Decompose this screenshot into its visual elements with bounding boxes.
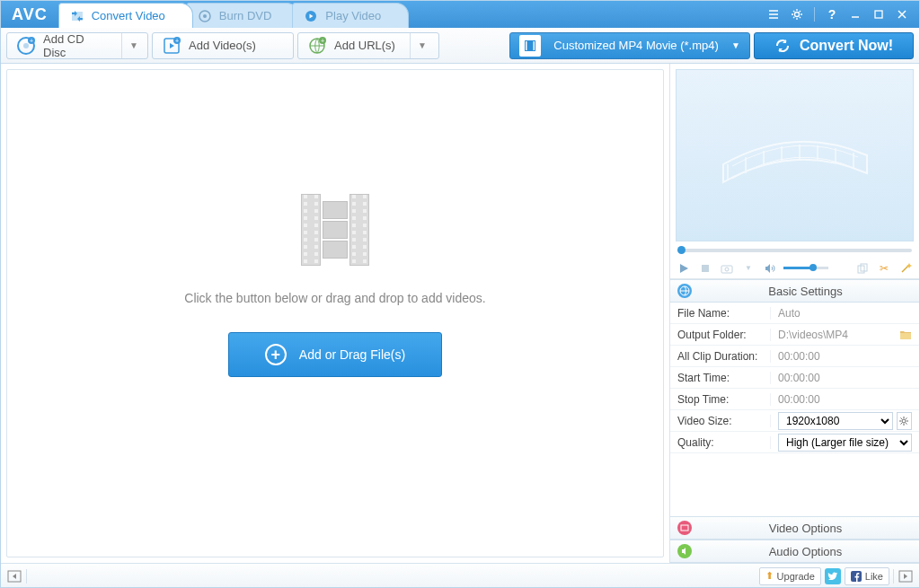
collapse-left-icon[interactable] (6, 568, 22, 584)
cut-icon[interactable]: ✂ (876, 260, 892, 276)
chevron-down-icon[interactable]: ▼ (740, 260, 756, 276)
settings-icon[interactable] (787, 4, 807, 24)
refresh-icon (774, 38, 791, 54)
right-panel: ▼ ✂ Basic Settings File Name: Auto Outpu… (669, 64, 919, 563)
statusbar: ⬆ Upgrade Like (1, 563, 919, 588)
maximize-icon[interactable] (869, 4, 889, 24)
svg-point-3 (795, 13, 800, 17)
video-options-header[interactable]: Video Options (670, 516, 919, 540)
section-title: Audio Options (699, 545, 912, 558)
label: Output Folder: (670, 329, 771, 341)
profile-label: Customized MP4 Movie (*.mp4) (548, 39, 724, 52)
preview-area (676, 69, 914, 241)
globe-icon (677, 284, 692, 298)
player-controls: ▼ ✂ (670, 258, 919, 279)
button-label: Add Video(s) (189, 39, 256, 52)
titlebar: AVC Convert Video Burn DVD Play Video ? (1, 1, 919, 28)
minimize-icon[interactable] (845, 4, 865, 24)
value[interactable]: 00:00:00 (771, 393, 919, 406)
film-placeholder-icon (292, 187, 378, 273)
disc-icon (198, 9, 212, 23)
video-size-select[interactable]: 1920x1080 (778, 412, 893, 430)
volume-slider[interactable] (783, 267, 828, 269)
upgrade-button[interactable]: ⬆ Upgrade (759, 567, 821, 585)
tab-play-video[interactable]: Play Video (292, 3, 409, 28)
section-title: Video Options (699, 522, 912, 535)
svg-text:+: + (30, 38, 33, 44)
svg-point-32 (902, 419, 906, 423)
row-filename: File Name: Auto (670, 303, 919, 324)
separator (26, 569, 27, 584)
drop-zone[interactable]: Click the button below or drag and drop … (6, 69, 664, 557)
video-file-icon: + (162, 36, 181, 56)
button-label: Add URL(s) (334, 39, 395, 52)
help-icon[interactable]: ? (822, 4, 842, 24)
add-files-button[interactable]: + Add or Drag File(s) (228, 332, 442, 377)
value[interactable]: Auto (771, 307, 919, 320)
stop-icon[interactable] (697, 260, 713, 276)
svg-text:+: + (321, 38, 324, 44)
add-url-button[interactable]: + Add URL(s) ▼ (297, 32, 439, 59)
gear-icon[interactable] (897, 412, 912, 430)
volume-icon[interactable] (762, 260, 778, 276)
button-label: Upgrade (777, 571, 815, 582)
output-profile-dropdown[interactable]: Customized MP4 Movie (*.mp4) ▼ (509, 32, 750, 59)
row-stop-time: Stop Time: 00:00:00 (670, 389, 919, 410)
bottom-sections: Video Options Audio Options (670, 516, 919, 563)
quality-select[interactable]: High (Larger file size) (778, 434, 912, 452)
svg-rect-17 (534, 41, 535, 50)
add-video-button[interactable]: + Add Video(s) (152, 32, 294, 59)
twitter-icon[interactable] (825, 568, 841, 584)
separator (814, 7, 815, 22)
value: 00:00:00 (771, 350, 919, 363)
chevron-down-icon[interactable]: ▼ (121, 33, 138, 58)
copy-icon[interactable] (854, 260, 871, 276)
main: Click the button below or drag and drop … (1, 64, 919, 563)
wand-icon[interactable] (898, 260, 914, 276)
tab-convert-video[interactable]: Convert Video (58, 3, 193, 28)
value: 1920x1080 (771, 412, 919, 430)
svg-rect-26 (702, 265, 709, 272)
chevron-down-icon[interactable]: ▼ (410, 33, 427, 58)
row-video-size: Video Size: 1920x1080 (670, 410, 919, 432)
video-icon (677, 521, 692, 535)
file-list-panel: Click the button below or drag and drop … (1, 64, 669, 563)
tab-burn-dvd[interactable]: Burn DVD (186, 3, 300, 28)
svg-text:+: + (175, 38, 179, 44)
row-quality: Quality: High (Larger file size) (670, 432, 919, 453)
audio-options-header[interactable]: Audio Options (670, 540, 919, 563)
value: High (Larger file size) (771, 434, 919, 452)
label: Stop Time: (670, 393, 771, 406)
value[interactable]: D:\videos\MP4 (771, 329, 919, 341)
add-cd-button[interactable]: + Add CD Disc ▼ (6, 32, 148, 59)
close-icon[interactable] (892, 4, 912, 24)
up-arrow-icon: ⬆ (765, 570, 774, 582)
row-clip-duration: All Clip Duration: 00:00:00 (670, 346, 919, 367)
facebook-icon (851, 571, 862, 582)
svg-rect-33 (681, 525, 688, 531)
svg-point-6 (23, 43, 29, 48)
separator (893, 569, 894, 584)
label: Start Time: (670, 372, 771, 384)
play-icon[interactable] (676, 260, 692, 276)
button-label: Convert Now! (800, 38, 893, 54)
cd-icon: + (16, 36, 36, 56)
convert-button[interactable]: Convert Now! (754, 32, 914, 59)
value[interactable]: 00:00:00 (771, 372, 919, 384)
globe-icon: + (307, 36, 327, 56)
basic-settings-header[interactable]: Basic Settings (670, 279, 919, 303)
filmstrip-icon (714, 119, 876, 191)
snapshot-icon[interactable] (719, 260, 735, 276)
seek-slider[interactable] (677, 249, 912, 252)
convert-icon (70, 9, 84, 23)
section-title: Basic Settings (699, 285, 912, 298)
collapse-right-icon[interactable] (898, 568, 914, 584)
folder-icon[interactable] (899, 329, 912, 340)
svg-rect-4 (875, 11, 882, 18)
audio-icon (677, 544, 692, 558)
facebook-like-button[interactable]: Like (845, 567, 889, 585)
basic-settings-table: File Name: Auto Output Folder: D:\videos… (670, 303, 919, 516)
svg-rect-16 (526, 41, 527, 50)
menu-icon[interactable] (764, 4, 783, 24)
row-start-time: Start Time: 00:00:00 (670, 367, 919, 389)
